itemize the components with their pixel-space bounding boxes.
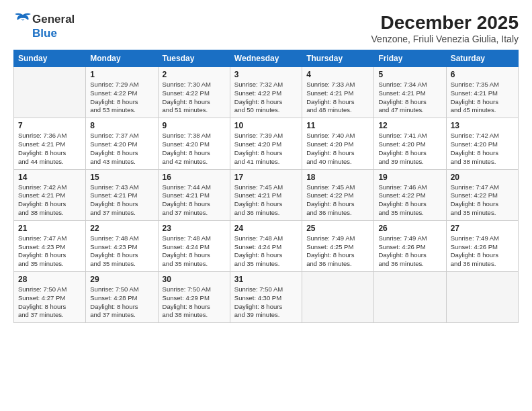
day-number: 2 [163,70,226,79]
calendar-cell: 19Sunrise: 7:46 AM Sunset: 4:22 PM Dayli… [374,169,446,220]
day-details: Sunrise: 7:36 AM Sunset: 4:21 PM Dayligh… [18,132,81,166]
day-details: Sunrise: 7:32 AM Sunset: 4:22 PM Dayligh… [234,81,298,115]
day-details: Sunrise: 7:33 AM Sunset: 4:21 PM Dayligh… [306,81,369,115]
calendar-cell: 5Sunrise: 7:34 AM Sunset: 4:21 PM Daylig… [374,67,446,118]
day-number: 8 [90,121,153,130]
day-number: 11 [306,121,369,130]
day-number: 25 [306,224,369,233]
day-number: 18 [306,173,369,182]
calendar-cell: 20Sunrise: 7:47 AM Sunset: 4:22 PM Dayli… [446,169,518,220]
day-number: 24 [234,224,298,233]
calendar-cell [374,272,446,323]
day-number: 16 [163,173,226,182]
day-number: 29 [90,275,153,284]
day-details: Sunrise: 7:49 AM Sunset: 4:26 PM Dayligh… [451,234,514,269]
day-details: Sunrise: 7:43 AM Sunset: 4:21 PM Dayligh… [90,183,153,218]
calendar-cell: 13Sunrise: 7:42 AM Sunset: 4:20 PM Dayli… [446,118,518,169]
calendar-cell: 2Sunrise: 7:30 AM Sunset: 4:22 PM Daylig… [158,67,230,118]
day-number: 1 [90,70,153,79]
day-details: Sunrise: 7:34 AM Sunset: 4:21 PM Dayligh… [378,81,441,115]
calendar-cell: 29Sunrise: 7:50 AM Sunset: 4:28 PM Dayli… [86,272,158,323]
calendar-week-3: 14Sunrise: 7:42 AM Sunset: 4:21 PM Dayli… [14,169,519,220]
calendar-cell: 7Sunrise: 7:36 AM Sunset: 4:21 PM Daylig… [14,118,86,169]
calendar-cell [14,67,86,118]
day-number: 3 [234,70,298,79]
logo-general: General [32,13,75,26]
day-details: Sunrise: 7:30 AM Sunset: 4:22 PM Dayligh… [163,81,226,115]
day-number: 30 [163,275,226,284]
day-header-wednesday: Wednesday [230,50,302,67]
calendar-cell: 18Sunrise: 7:45 AM Sunset: 4:22 PM Dayli… [302,169,374,220]
header: General Blue December 2025 Venzone, Friu… [13,12,519,44]
calendar-week-1: 1Sunrise: 7:29 AM Sunset: 4:22 PM Daylig… [14,67,519,118]
day-header-monday: Monday [86,50,158,67]
day-header-tuesday: Tuesday [158,50,230,67]
calendar-week-5: 28Sunrise: 7:50 AM Sunset: 4:27 PM Dayli… [14,272,519,323]
day-details: Sunrise: 7:50 AM Sunset: 4:28 PM Dayligh… [90,285,153,320]
day-details: Sunrise: 7:47 AM Sunset: 4:23 PM Dayligh… [18,234,81,269]
day-header-friday: Friday [374,50,446,67]
day-number: 17 [234,173,298,182]
day-header-sunday: Sunday [14,50,86,67]
logo: General Blue [13,12,75,40]
calendar-cell: 9Sunrise: 7:38 AM Sunset: 4:20 PM Daylig… [158,118,230,169]
day-number: 26 [378,224,441,233]
calendar-week-4: 21Sunrise: 7:47 AM Sunset: 4:23 PM Dayli… [14,220,519,271]
day-details: Sunrise: 7:50 AM Sunset: 4:30 PM Dayligh… [234,285,298,320]
day-details: Sunrise: 7:29 AM Sunset: 4:22 PM Dayligh… [90,81,153,115]
day-details: Sunrise: 7:45 AM Sunset: 4:22 PM Dayligh… [306,183,369,218]
calendar-cell: 23Sunrise: 7:48 AM Sunset: 4:24 PM Dayli… [158,220,230,271]
logo-blue: Blue [32,27,57,40]
day-number: 22 [90,224,153,233]
day-details: Sunrise: 7:35 AM Sunset: 4:21 PM Dayligh… [451,81,514,115]
page: General Blue December 2025 Venzone, Friu… [0,0,532,411]
logo-bird-icon [13,12,32,27]
day-number: 5 [378,70,441,79]
day-details: Sunrise: 7:48 AM Sunset: 4:24 PM Dayligh… [163,234,226,269]
calendar-cell: 26Sunrise: 7:49 AM Sunset: 4:26 PM Dayli… [374,220,446,271]
calendar-subtitle: Venzone, Friuli Venezia Giulia, Italy [371,34,519,44]
day-number: 15 [90,173,153,182]
day-number: 14 [18,173,81,182]
calendar-cell: 14Sunrise: 7:42 AM Sunset: 4:21 PM Dayli… [14,169,86,220]
calendar-cell: 21Sunrise: 7:47 AM Sunset: 4:23 PM Dayli… [14,220,86,271]
day-number: 9 [163,121,226,130]
day-details: Sunrise: 7:50 AM Sunset: 4:27 PM Dayligh… [18,285,81,320]
day-details: Sunrise: 7:37 AM Sunset: 4:20 PM Dayligh… [90,132,153,166]
calendar-cell: 15Sunrise: 7:43 AM Sunset: 4:21 PM Dayli… [86,169,158,220]
calendar-cell: 11Sunrise: 7:40 AM Sunset: 4:20 PM Dayli… [302,118,374,169]
calendar-cell: 17Sunrise: 7:45 AM Sunset: 4:21 PM Dayli… [230,169,302,220]
day-number: 13 [451,121,514,130]
title-block: December 2025 Venzone, Friuli Venezia Gi… [371,12,519,44]
calendar-cell: 30Sunrise: 7:50 AM Sunset: 4:29 PM Dayli… [158,272,230,323]
day-number: 20 [451,173,514,182]
calendar-title: December 2025 [371,12,519,34]
day-number: 12 [378,121,441,130]
day-header-saturday: Saturday [446,50,518,67]
calendar-cell [302,272,374,323]
day-details: Sunrise: 7:39 AM Sunset: 4:20 PM Dayligh… [234,132,298,166]
day-details: Sunrise: 7:48 AM Sunset: 4:23 PM Dayligh… [90,234,153,269]
day-number: 7 [18,121,81,130]
day-details: Sunrise: 7:40 AM Sunset: 4:20 PM Dayligh… [306,132,369,166]
calendar-cell: 1Sunrise: 7:29 AM Sunset: 4:22 PM Daylig… [86,67,158,118]
calendar-week-2: 7Sunrise: 7:36 AM Sunset: 4:21 PM Daylig… [14,118,519,169]
day-details: Sunrise: 7:38 AM Sunset: 4:20 PM Dayligh… [163,132,226,166]
calendar-cell: 16Sunrise: 7:44 AM Sunset: 4:21 PM Dayli… [158,169,230,220]
day-details: Sunrise: 7:45 AM Sunset: 4:21 PM Dayligh… [234,183,298,218]
day-details: Sunrise: 7:48 AM Sunset: 4:24 PM Dayligh… [234,234,298,269]
day-number: 23 [163,224,226,233]
day-details: Sunrise: 7:41 AM Sunset: 4:20 PM Dayligh… [378,132,441,166]
calendar-cell: 25Sunrise: 7:49 AM Sunset: 4:25 PM Dayli… [302,220,374,271]
day-number: 4 [306,70,369,79]
calendar-cell: 12Sunrise: 7:41 AM Sunset: 4:20 PM Dayli… [374,118,446,169]
day-number: 21 [18,224,81,233]
calendar-cell: 22Sunrise: 7:48 AM Sunset: 4:23 PM Dayli… [86,220,158,271]
day-number: 10 [234,121,298,130]
calendar-cell [446,272,518,323]
calendar-cell: 28Sunrise: 7:50 AM Sunset: 4:27 PM Dayli… [14,272,86,323]
calendar-table: SundayMondayTuesdayWednesdayThursdayFrid… [13,50,519,323]
day-number: 19 [378,173,441,182]
calendar-cell: 3Sunrise: 7:32 AM Sunset: 4:22 PM Daylig… [230,67,302,118]
calendar-cell: 8Sunrise: 7:37 AM Sunset: 4:20 PM Daylig… [86,118,158,169]
